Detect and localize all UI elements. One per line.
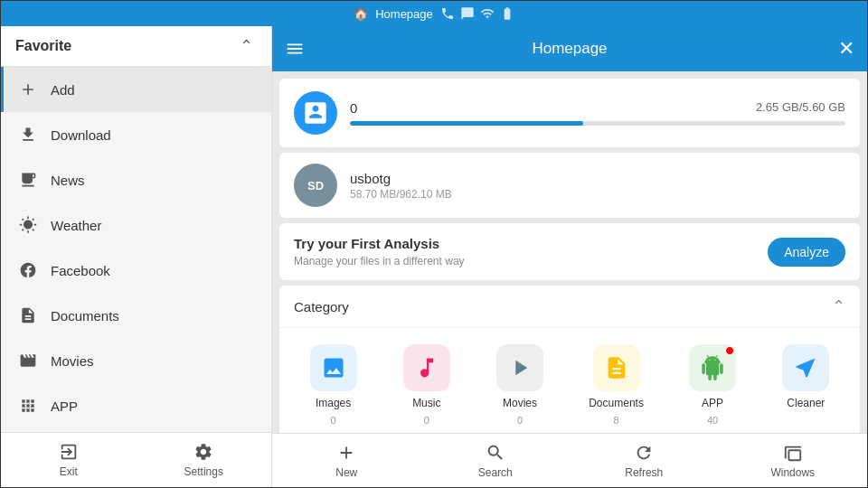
- storage-bar-fill: [350, 121, 583, 126]
- music-label: Music: [412, 397, 440, 409]
- new-label: New: [335, 466, 357, 479]
- sidebar-item-documents-label: Documents: [51, 308, 119, 324]
- sidebar-nav: Add Download News: [1, 67, 271, 432]
- documents-label: Documents: [589, 397, 644, 409]
- sidebar-item-facebook-label: Facebook: [51, 263, 110, 278]
- content-header-title: Homepage: [312, 40, 827, 58]
- storage-used: 0: [350, 100, 357, 116]
- movies-icon-box: [496, 344, 543, 391]
- category-item-images[interactable]: Images 0: [302, 339, 365, 431]
- title-bar-label: Homepage: [375, 7, 433, 21]
- category-item-documents[interactable]: Documents 8: [581, 339, 651, 431]
- exit-button[interactable]: Exit: [1, 433, 137, 487]
- category-header: Category ⌃: [279, 286, 860, 328]
- movies-label: Movies: [503, 397, 537, 409]
- cleaner-label: Cleaner: [787, 397, 825, 409]
- sidebar-item-news-label: News: [51, 173, 85, 188]
- sidebar-collapse-button[interactable]: ⌃: [235, 35, 257, 57]
- settings-button[interactable]: Settings: [137, 433, 272, 487]
- content-scroll: 0 2.65 GB/5.60 GB SD usbotg: [272, 71, 867, 433]
- category-title: Category: [294, 299, 349, 314]
- storage-total: 2.65 GB/5.60 GB: [756, 100, 845, 116]
- app-label: APP: [702, 397, 723, 409]
- storage-icon: [294, 91, 337, 135]
- movies-icon: [18, 351, 38, 371]
- sidebar-item-download-label: Download: [51, 127, 111, 143]
- sidebar-bottom: Exit Settings: [1, 432, 271, 487]
- windows-label: Windows: [770, 466, 815, 479]
- search-icon: [486, 443, 505, 463]
- main-area: Favorite ⌃ Add Download: [1, 26, 867, 487]
- images-count: 0: [331, 415, 336, 426]
- sidebar-item-download[interactable]: Download: [1, 112, 271, 157]
- images-label: Images: [316, 397, 351, 409]
- search-button[interactable]: Search: [421, 434, 571, 487]
- download-icon: [18, 125, 38, 145]
- sidebar-item-movies[interactable]: Movies: [1, 338, 271, 383]
- menu-button[interactable]: [285, 39, 312, 59]
- app-icon: [18, 396, 38, 416]
- app-count: 40: [707, 415, 718, 426]
- battery-icon: [500, 6, 514, 21]
- sidebar-item-facebook[interactable]: Facebook: [1, 248, 271, 293]
- sidebar: Favorite ⌃ Add Download: [1, 26, 272, 487]
- sidebar-item-weather[interactable]: Weather: [1, 202, 271, 248]
- music-icon-box: [403, 344, 450, 391]
- documents-icon-box: [593, 344, 640, 391]
- music-count: 0: [424, 415, 429, 426]
- analyze-button[interactable]: Analyze: [768, 238, 845, 267]
- category-section: Category ⌃ Images 0: [279, 286, 860, 433]
- storage-top: 0 2.65 GB/5.60 GB: [350, 100, 845, 116]
- sidebar-item-app[interactable]: APP: [1, 383, 271, 428]
- title-bar: 🏠 Homepage: [1, 1, 867, 26]
- signal-icon: [480, 6, 495, 21]
- usb-icon-label: SD: [307, 179, 324, 192]
- app-icon-box: [689, 344, 736, 391]
- search-label: Search: [478, 466, 513, 479]
- facebook-icon: [18, 260, 38, 280]
- analysis-text: Try your First Analysis Manage your file…: [294, 236, 465, 267]
- analysis-title: Try your First Analysis: [294, 236, 465, 251]
- category-item-music[interactable]: Music 0: [395, 339, 458, 431]
- windows-icon: [783, 443, 803, 463]
- weather-icon: [18, 215, 38, 235]
- category-item-cleaner[interactable]: Cleaner: [774, 339, 837, 431]
- add-icon: [18, 80, 38, 99]
- exit-icon: [59, 442, 79, 462]
- content-panel: Homepage ✕ 0 2.65 GB/5.60 GB: [272, 26, 867, 487]
- new-icon: [336, 443, 356, 463]
- sidebar-item-add[interactable]: Add: [1, 67, 271, 112]
- sidebar-item-news[interactable]: News: [1, 157, 271, 202]
- refresh-icon: [634, 443, 654, 463]
- documents-count: 8: [613, 415, 618, 426]
- storage-info: 0 2.65 GB/5.60 GB: [350, 100, 845, 126]
- sidebar-title: Favorite: [15, 38, 71, 54]
- sidebar-item-app-label: APP: [51, 399, 78, 414]
- sidebar-item-add-label: Add: [51, 82, 75, 98]
- category-item-movies[interactable]: Movies 0: [488, 339, 552, 431]
- analysis-subtitle: Manage your files in a different way: [294, 255, 465, 267]
- category-toggle-button[interactable]: ⌃: [832, 296, 845, 316]
- sidebar-item-weather-label: Weather: [51, 218, 101, 233]
- bottom-toolbar: New Search Refresh: [272, 433, 867, 487]
- sidebar-item-movies-label: Movies: [51, 353, 94, 369]
- close-button[interactable]: ✕: [827, 37, 854, 61]
- cleaner-icon-box: [782, 344, 829, 391]
- category-item-app[interactable]: APP 40: [681, 339, 744, 431]
- category-grid: Images 0 Music 0: [279, 328, 860, 433]
- analysis-card: Try your First Analysis Manage your file…: [279, 223, 860, 280]
- new-button[interactable]: New: [272, 434, 421, 487]
- windows-button[interactable]: Windows: [719, 434, 868, 487]
- content-header: Homepage ✕: [272, 26, 867, 71]
- home-icon: 🏠: [354, 7, 368, 21]
- app-badge: [725, 346, 734, 355]
- refresh-button[interactable]: Refresh: [570, 434, 719, 487]
- usb-card: SD usbotg 58.70 MB/962.10 MB: [279, 153, 860, 218]
- settings-icon: [193, 442, 213, 462]
- images-icon-box: [310, 344, 357, 391]
- usb-size: 58.70 MB/962.10 MB: [350, 188, 845, 201]
- sidebar-item-documents[interactable]: Documents: [1, 293, 271, 338]
- exit-label: Exit: [60, 465, 78, 478]
- settings-label: Settings: [184, 465, 223, 478]
- usb-icon: SD: [294, 164, 337, 207]
